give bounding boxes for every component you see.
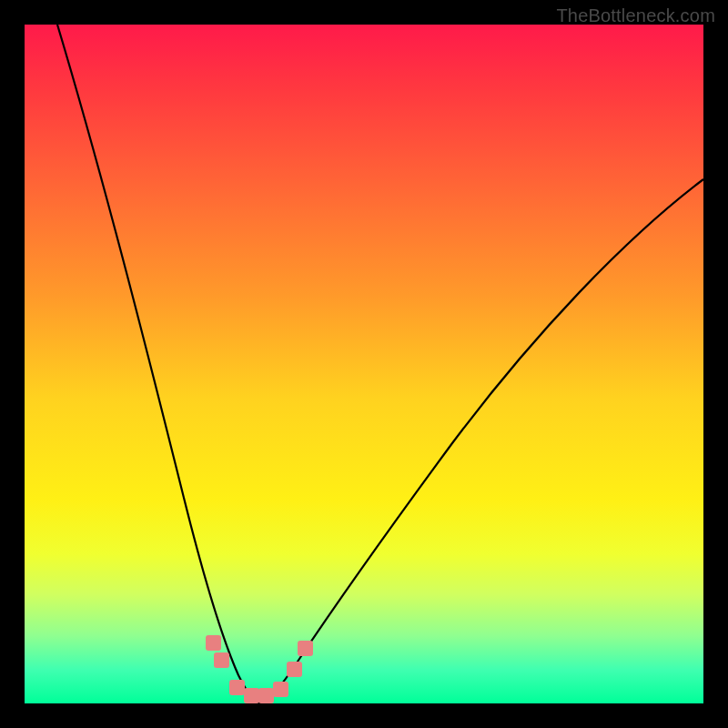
svg-rect-4 <box>258 688 274 703</box>
svg-rect-6 <box>287 662 302 677</box>
right-curve <box>259 179 703 703</box>
svg-rect-2 <box>229 680 245 695</box>
svg-rect-1 <box>214 652 229 668</box>
watermark-text: TheBottleneck.com <box>556 5 715 26</box>
svg-rect-7 <box>298 641 313 656</box>
valley-markers <box>206 635 313 703</box>
svg-rect-5 <box>273 682 288 697</box>
svg-rect-0 <box>206 635 221 651</box>
chart-curves <box>25 25 703 703</box>
left-curve <box>57 25 259 703</box>
svg-rect-3 <box>244 688 259 703</box>
